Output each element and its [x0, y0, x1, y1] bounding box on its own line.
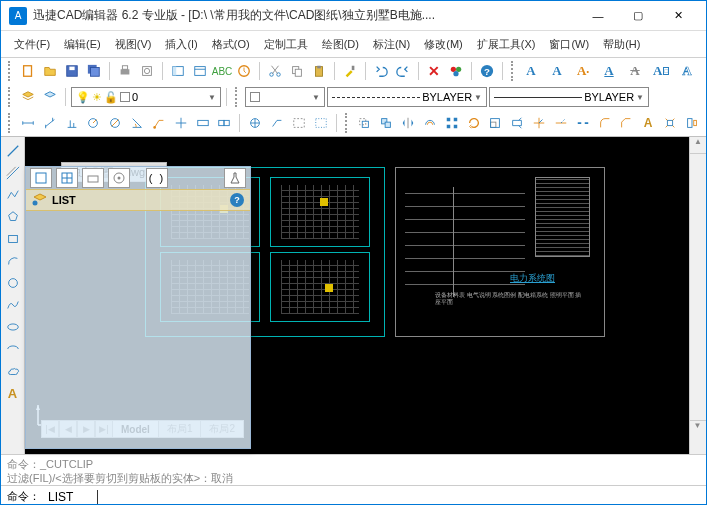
- color-button[interactable]: [446, 61, 466, 81]
- text-style-outline[interactable]: A: [677, 61, 697, 81]
- saveall-button[interactable]: [84, 61, 104, 81]
- delete-button[interactable]: ✕: [424, 61, 444, 81]
- arc-tool[interactable]: [3, 251, 23, 271]
- dim-aligned-button[interactable]: [40, 113, 60, 133]
- save-button[interactable]: [62, 61, 82, 81]
- color-combo[interactable]: ▼: [245, 87, 325, 107]
- panel-list-row[interactable]: LIST ?: [26, 189, 250, 211]
- maximize-button[interactable]: ▢: [618, 2, 658, 30]
- rectangle-tool[interactable]: [3, 229, 23, 249]
- revcloud-tool[interactable]: [3, 361, 23, 381]
- undo-button[interactable]: [371, 61, 391, 81]
- edittext-button[interactable]: A: [638, 113, 658, 133]
- grip-icon[interactable]: [235, 87, 240, 107]
- tolerance2-button[interactable]: [214, 113, 234, 133]
- dim-angular-button[interactable]: [127, 113, 147, 133]
- extend-button[interactable]: [551, 113, 571, 133]
- polyline-tool[interactable]: [3, 185, 23, 205]
- text-style-a1[interactable]: A: [521, 61, 541, 81]
- explorer-button[interactable]: [168, 61, 188, 81]
- brush-button[interactable]: [340, 61, 360, 81]
- copy-button[interactable]: [287, 61, 307, 81]
- menu-view[interactable]: 视图(V): [108, 33, 159, 55]
- help-icon[interactable]: ?: [230, 193, 244, 207]
- dim-ordinate-button[interactable]: [62, 113, 82, 133]
- menu-exttools[interactable]: 扩展工具(X): [470, 33, 543, 55]
- open-button[interactable]: [40, 61, 60, 81]
- lineweight-combo[interactable]: BYLAYER ▼: [489, 87, 649, 107]
- paste-button[interactable]: [309, 61, 329, 81]
- menu-help[interactable]: 帮助(H): [596, 33, 647, 55]
- menu-format[interactable]: 格式(O): [205, 33, 257, 55]
- grip-icon[interactable]: [8, 113, 13, 133]
- close-button[interactable]: ✕: [658, 2, 698, 30]
- tolerance-button[interactable]: [193, 113, 213, 133]
- panel-mode4-button[interactable]: [108, 168, 130, 188]
- grip-icon[interactable]: [511, 61, 516, 81]
- circle-tool[interactable]: [3, 273, 23, 293]
- text-style-a2[interactable]: A: [547, 61, 567, 81]
- preview-button[interactable]: [137, 61, 157, 81]
- help-button[interactable]: ?: [477, 61, 497, 81]
- rotate-button[interactable]: [464, 113, 484, 133]
- panel-mode1-button[interactable]: [30, 168, 52, 188]
- command-input[interactable]: [48, 490, 98, 504]
- scale-button[interactable]: [485, 113, 505, 133]
- cut-button[interactable]: [265, 61, 285, 81]
- dim-linear-button[interactable]: [18, 113, 38, 133]
- text-style-strike[interactable]: A: [625, 61, 645, 81]
- layer-combo[interactable]: 💡 ☀ 🔓 0 ▼: [71, 87, 221, 107]
- array-button[interactable]: [442, 113, 462, 133]
- menu-customtools[interactable]: 定制工具: [257, 33, 315, 55]
- multileader-button[interactable]: [149, 113, 169, 133]
- copy2-button[interactable]: [376, 113, 396, 133]
- text-style-a3[interactable]: A•: [573, 61, 593, 81]
- ellipsearc-tool[interactable]: [3, 339, 23, 359]
- leader-button[interactable]: [267, 113, 287, 133]
- fillet-button[interactable]: [595, 113, 615, 133]
- check-button[interactable]: ABC: [212, 61, 232, 81]
- panel-brackets-button[interactable]: ( ): [146, 168, 168, 188]
- menu-dimension[interactable]: 标注(N): [366, 33, 417, 55]
- toledit2-button[interactable]: [311, 113, 331, 133]
- panel-mode2-button[interactable]: [56, 168, 78, 188]
- new-button[interactable]: [18, 61, 38, 81]
- xline-tool[interactable]: [3, 163, 23, 183]
- text-style-underline[interactable]: A: [599, 61, 619, 81]
- menu-modify[interactable]: 修改(M): [417, 33, 470, 55]
- dim-radius-button[interactable]: [83, 113, 103, 133]
- toledit-button[interactable]: [289, 113, 309, 133]
- vertical-scrollbar[interactable]: ▲ ▼: [689, 137, 706, 454]
- ellipse-tool[interactable]: [3, 317, 23, 337]
- command-line[interactable]: 命令：: [1, 485, 706, 505]
- spline-tool[interactable]: [3, 295, 23, 315]
- align-button[interactable]: [682, 113, 702, 133]
- line-tool[interactable]: [3, 141, 23, 161]
- layer-prev-button[interactable]: [40, 87, 60, 107]
- command-history[interactable]: 命令：_CUTCLIP 过滤(FIL)/<选择要剪切到剪贴板的实体>：取消 取消: [1, 455, 706, 485]
- minimize-button[interactable]: —: [578, 2, 618, 30]
- menu-file[interactable]: 文件(F): [7, 33, 57, 55]
- break-button[interactable]: [573, 113, 593, 133]
- list-floating-panel[interactable]: ( ) LIST ?: [25, 166, 251, 449]
- text-style-with-box[interactable]: A□: [651, 61, 671, 81]
- layer-manager-button[interactable]: [18, 87, 38, 107]
- dim-diameter-button[interactable]: [105, 113, 125, 133]
- linetype-combo[interactable]: BYLAYER ▼: [327, 87, 487, 107]
- grip-icon[interactable]: [8, 61, 13, 81]
- explode-button[interactable]: [660, 113, 680, 133]
- trim-button[interactable]: [529, 113, 549, 133]
- print-button[interactable]: [115, 61, 135, 81]
- menu-edit[interactable]: 编辑(E): [57, 33, 108, 55]
- grip-icon[interactable]: [345, 113, 350, 133]
- properties-button[interactable]: [190, 61, 210, 81]
- recalc-button[interactable]: [234, 61, 254, 81]
- panel-flask-button[interactable]: [224, 168, 246, 188]
- chamfer-button[interactable]: [616, 113, 636, 133]
- panel-mode3-button[interactable]: [82, 168, 104, 188]
- mirror-button[interactable]: [398, 113, 418, 133]
- marker-button[interactable]: [245, 113, 265, 133]
- menu-draw[interactable]: 绘图(D): [315, 33, 366, 55]
- text-tool[interactable]: A: [3, 383, 23, 403]
- stretch-button[interactable]: [507, 113, 527, 133]
